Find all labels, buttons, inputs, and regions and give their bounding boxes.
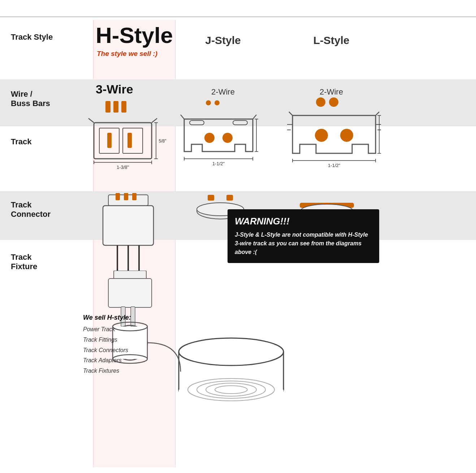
svg-rect-40 [132, 193, 137, 200]
warning-box: WARNING!!! J-Style & L-Style are not com… [228, 209, 379, 263]
svg-text:1-1/2": 1-1/2" [328, 163, 341, 168]
l-track-svg: 1-1/2" 15/16" [287, 110, 381, 173]
bar-dot-1 [105, 101, 111, 113]
l-dot-1 [316, 97, 325, 107]
h-wire-bars [105, 101, 126, 113]
h-wire-text: 3-Wire [96, 82, 133, 96]
j-dot-2 [215, 100, 220, 105]
h-track-svg: 1-3/8" 5/8" [87, 115, 166, 173]
sell-list: Power Track Track Fittings Track Connect… [83, 324, 184, 376]
svg-text:1-1/2": 1-1/2" [212, 161, 225, 166]
j-dot-1 [206, 100, 211, 105]
j-track-svg: 1-1/2" 3/4" [177, 112, 260, 171]
l-wire-dots [316, 97, 338, 107]
l-wire-text: 2-Wire [285, 87, 377, 97]
sell-item-5: Track Fixtures [83, 366, 184, 376]
j-style-title: J-Style [177, 34, 269, 47]
track-style-label: Track Style [0, 32, 87, 42]
h-style-subtitle: The style we sell :) [97, 50, 157, 58]
warning-title: WARNING!!! [235, 216, 372, 227]
svg-line-5 [88, 118, 94, 123]
j-wire-dots [206, 100, 220, 105]
track-fixture-label: TrackFixture [0, 253, 87, 272]
sell-item-2: Track Fittings [83, 335, 184, 345]
warning-text: J-Style & L-Style are not compatible wit… [235, 231, 372, 257]
svg-rect-2 [123, 128, 143, 153]
h-connector-svg [96, 191, 161, 281]
svg-rect-41 [103, 206, 153, 245]
l-style-title: L-Style [285, 34, 377, 47]
svg-text:1-3/8": 1-3/8" [117, 165, 129, 170]
svg-rect-53 [108, 279, 152, 307]
track-label: Track [0, 137, 87, 146]
svg-line-6 [152, 118, 157, 123]
l-dot-2 [329, 97, 338, 107]
svg-point-17 [204, 133, 215, 143]
bar-dot-2 [113, 101, 118, 113]
svg-rect-63 [179, 352, 284, 428]
bar-dot-3 [121, 101, 126, 113]
svg-point-18 [222, 133, 233, 143]
sell-item-4: Track Adapters [83, 355, 184, 366]
svg-rect-45 [208, 195, 214, 201]
svg-rect-3 [107, 133, 112, 148]
h-style-title: H-Style [96, 22, 173, 48]
j-wire-text: 2-Wire [177, 87, 269, 97]
svg-rect-46 [226, 195, 233, 201]
svg-rect-15 [190, 121, 204, 125]
svg-rect-38 [116, 193, 120, 200]
top-border [0, 16, 476, 17]
wire-buss-label: Wire /Buss Bars [0, 89, 87, 109]
svg-rect-39 [124, 193, 128, 200]
sell-box: We sell H-style: Power Track Track Fitti… [83, 314, 184, 376]
svg-rect-4 [127, 133, 132, 148]
svg-text:5/8": 5/8" [159, 139, 166, 144]
svg-rect-16 [233, 121, 247, 125]
svg-point-28 [340, 129, 353, 142]
track-connector-label: TrackConnector [0, 200, 87, 219]
page-container: Track Style Wire /Buss Bars Track TrackC… [0, 0, 476, 473]
sell-item-3: Track Connectors [83, 345, 184, 356]
sell-box-title: We sell H-style: [83, 314, 184, 321]
svg-point-27 [315, 129, 328, 142]
sell-item-1: Power Track [83, 324, 184, 335]
